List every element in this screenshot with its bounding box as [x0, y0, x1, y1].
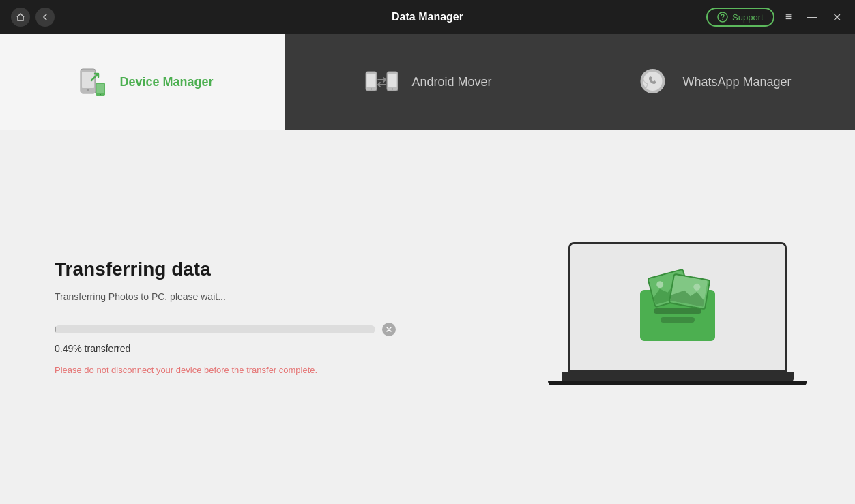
- close-button[interactable]: ✕: [830, 10, 844, 25]
- svg-point-10: [371, 88, 372, 89]
- wallet-stripe-1: [654, 308, 701, 314]
- home-button[interactable]: [11, 8, 30, 27]
- device-manager-icon: [71, 63, 108, 101]
- transfer-illustration-icon: [637, 273, 719, 341]
- svg-point-4: [87, 89, 89, 91]
- transfer-subtitle: Transferring Photos to PC, please wait..…: [55, 291, 396, 302]
- svg-rect-9: [367, 74, 376, 87]
- wallet-stripe-2: [661, 317, 695, 323]
- progress-bar-background: [55, 325, 375, 333]
- back-button[interactable]: [35, 8, 55, 27]
- transfer-title: Transferring data: [55, 258, 396, 280]
- progress-percent-label: 0.49% transferred: [55, 343, 396, 354]
- svg-point-1: [722, 19, 723, 20]
- tab-android-mover[interactable]: Android Mover: [285, 34, 570, 130]
- cancel-transfer-button[interactable]: [382, 323, 396, 336]
- progress-bar-fill: [55, 325, 56, 333]
- tab-whatsapp-manager[interactable]: WhatsApp Manager: [570, 34, 855, 130]
- window-controls: ≡ — ✕: [783, 10, 844, 25]
- photo-card-2: [669, 273, 711, 310]
- svg-rect-6: [97, 84, 104, 93]
- tab-whatsapp-manager-label: WhatsApp Manager: [682, 75, 791, 89]
- android-mover-icon: [363, 63, 401, 101]
- laptop-screen: [568, 242, 787, 372]
- progress-container: [55, 323, 396, 336]
- tab-device-manager-label: Device Manager: [119, 75, 213, 89]
- tab-android-mover-label: Android Mover: [411, 75, 491, 89]
- svg-point-13: [392, 88, 393, 89]
- whatsapp-manager-icon: [634, 63, 671, 101]
- svg-point-7: [100, 94, 101, 95]
- laptop-illustration-section: [555, 242, 800, 392]
- title-text: Data Manager: [392, 11, 463, 23]
- title-bar-left: [11, 8, 55, 27]
- tab-bar: Device Manager Android Mover: [0, 34, 855, 130]
- laptop-base: [562, 372, 794, 381]
- warning-text: Please do not disconnect your device bef…: [55, 365, 396, 375]
- main-content: Transferring data Transferring Photos to…: [0, 130, 855, 504]
- menu-button[interactable]: ≡: [783, 10, 794, 25]
- transfer-section: Transferring data Transferring Photos to…: [55, 258, 396, 375]
- support-label: Support: [732, 12, 764, 23]
- laptop-screen-inner: [570, 244, 785, 370]
- tab-device-manager[interactable]: Device Manager: [0, 34, 285, 130]
- title-bar-right: Support ≡ — ✕: [706, 8, 844, 27]
- title-bar: Data Manager Support ≡ — ✕: [0, 0, 855, 34]
- minimize-button[interactable]: —: [804, 10, 820, 25]
- app-title: Data Manager: [392, 11, 463, 23]
- svg-rect-12: [388, 74, 397, 87]
- support-button[interactable]: Support: [706, 8, 774, 27]
- laptop-illustration: [555, 242, 800, 392]
